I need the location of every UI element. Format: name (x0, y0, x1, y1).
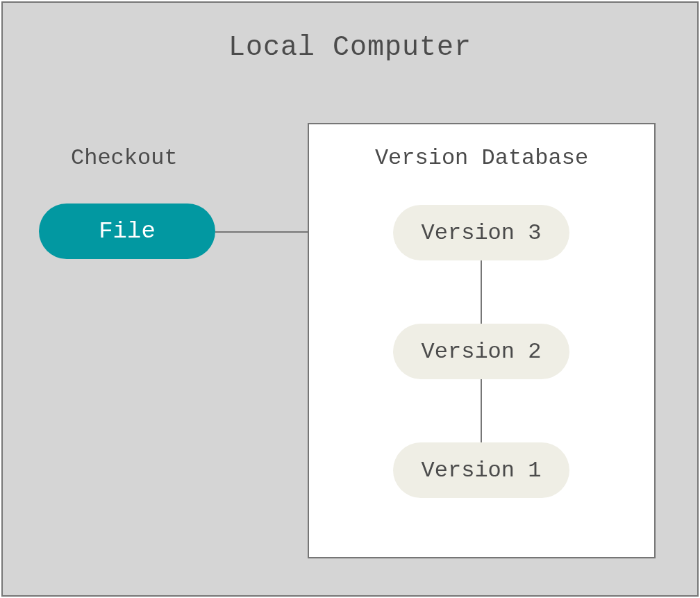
version-2-label: Version 2 (422, 339, 542, 365)
version-database-box: Version Database Version 3 Version 2 Ver… (308, 123, 656, 558)
version3-to-version2-connector (481, 260, 482, 324)
local-computer-box: Local Computer Checkout File Version Dat… (1, 1, 699, 597)
version-2-node: Version 2 (393, 324, 569, 379)
version-1-node: Version 1 (393, 442, 569, 498)
checkout-label: Checkout (71, 145, 178, 171)
version-3-node: Version 3 (393, 205, 569, 260)
file-node-label: File (99, 218, 156, 244)
version-1-label: Version 1 (422, 458, 542, 483)
version-3-label: Version 3 (422, 220, 542, 246)
local-computer-title: Local Computer (3, 32, 697, 63)
file-node: File (39, 204, 215, 259)
version2-to-version1-connector (481, 379, 482, 442)
version-database-title: Version Database (309, 145, 654, 171)
